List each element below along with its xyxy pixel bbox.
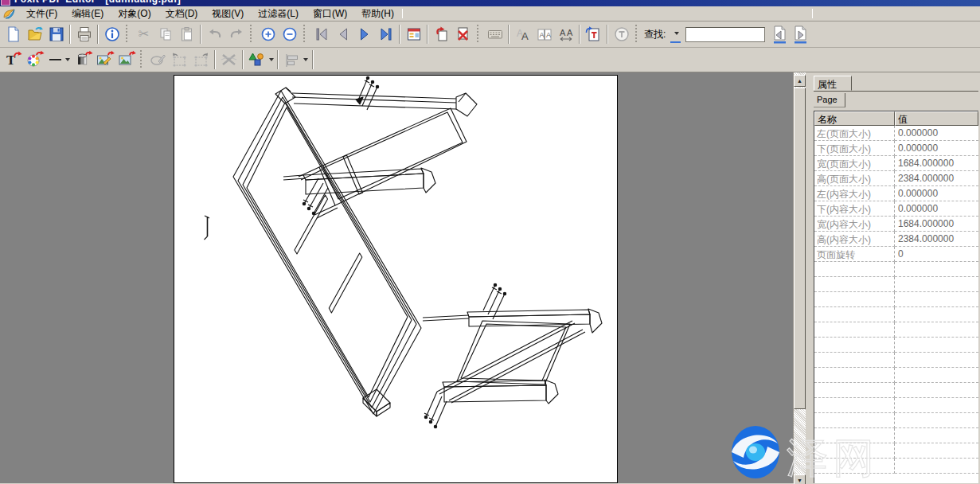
edit-image-button[interactable] <box>94 49 115 71</box>
toolbar-gripper[interactable] <box>303 25 307 44</box>
redo-button[interactable] <box>225 24 247 45</box>
menu-filter[interactable]: 过滤器(L) <box>251 6 306 21</box>
menu-edit[interactable]: 编辑(E) <box>64 6 111 21</box>
prop-row[interactable]: 下(页面大小)0.000000 <box>814 141 978 156</box>
prop-name: 高(页面大小) <box>814 171 895 186</box>
line-width-button[interactable] <box>45 49 72 71</box>
font-boxes-button[interactable]: A A <box>533 24 555 45</box>
insert-image-button[interactable] <box>115 49 137 71</box>
align-objects-button[interactable] <box>281 49 310 71</box>
paste-button[interactable] <box>176 24 197 45</box>
prop-row[interactable]: 左(内容大小)0.000000 <box>814 186 978 201</box>
prop-row[interactable]: 左(页面大小)0.000000 <box>814 126 978 141</box>
scrollbar-thumb[interactable] <box>794 88 806 409</box>
find-label: 查找: <box>644 28 666 41</box>
scroll-up-button[interactable]: ▲ <box>794 75 806 87</box>
keyboard-button[interactable] <box>484 24 506 45</box>
find-options-dropdown[interactable] <box>670 25 681 43</box>
new-document-button[interactable] <box>2 24 24 45</box>
prop-row[interactable]: 高(页面大小)2384.000000 <box>814 171 978 186</box>
prop-row[interactable] <box>814 292 978 307</box>
letter-spacing-button[interactable]: A A <box>555 24 576 45</box>
toolbar-gripper[interactable] <box>250 25 254 44</box>
toolbar-gripper[interactable] <box>635 25 639 44</box>
first-page-button[interactable] <box>310 24 332 45</box>
find-input[interactable] <box>685 27 765 42</box>
insert-shapes-button[interactable] <box>246 49 275 71</box>
prop-value <box>895 443 978 459</box>
menu-document[interactable]: 文档(D) <box>158 6 205 21</box>
last-page-button[interactable] <box>375 24 396 45</box>
prop-row[interactable] <box>814 413 978 428</box>
color-wheel-button[interactable] <box>24 49 45 71</box>
text-object-button[interactable]: T <box>2 49 24 71</box>
page-tab[interactable]: Page <box>814 93 845 107</box>
delete-page-button[interactable] <box>452 24 474 45</box>
find-previous-button[interactable] <box>768 24 790 45</box>
undo-button[interactable] <box>204 24 225 45</box>
cut-button[interactable]: ✂ <box>133 24 154 45</box>
prop-row[interactable] <box>814 277 978 292</box>
toolbar-gripper[interactable] <box>140 50 144 69</box>
page-layout-button[interactable] <box>403 24 424 45</box>
prop-row[interactable] <box>814 322 978 338</box>
delete-object-button[interactable] <box>218 49 240 71</box>
shading-button[interactable] <box>72 49 94 71</box>
transform-right-button[interactable] <box>190 49 212 71</box>
prop-row[interactable] <box>814 368 978 383</box>
prop-row[interactable]: 宽(页面大小)1684.000000 <box>814 156 978 171</box>
zoom-out-button[interactable] <box>279 24 300 45</box>
prop-row[interactable] <box>814 398 978 413</box>
toolbar-gripper[interactable] <box>477 25 481 44</box>
menu-file[interactable]: 文件(F) <box>19 6 64 21</box>
document-info-button[interactable] <box>101 24 123 45</box>
prop-row[interactable]: 页面旋转0 <box>814 247 978 262</box>
menu-view[interactable]: 视图(V) <box>205 6 251 21</box>
toolbar-gripper[interactable] <box>126 25 130 44</box>
prop-row[interactable] <box>814 262 978 277</box>
find-next-button[interactable] <box>790 24 811 45</box>
properties-panel-tab[interactable]: 属性 <box>814 76 852 91</box>
panel-splitter[interactable] <box>806 72 814 483</box>
zoom-in-button[interactable] <box>257 24 279 45</box>
vertical-scrollbar[interactable]: ▲ ▼ <box>793 72 806 483</box>
menu-object[interactable]: 对象(O) <box>111 6 158 21</box>
scroll-down-button[interactable]: ▼ <box>794 474 806 484</box>
prop-row[interactable] <box>814 307 978 322</box>
font-style-button[interactable]: A A <box>512 24 533 45</box>
new-document-icon <box>5 25 22 43</box>
menu-window[interactable]: 窗口(W) <box>306 6 354 21</box>
prop-row[interactable] <box>814 459 978 474</box>
copy-button[interactable] <box>154 24 176 45</box>
prop-row[interactable]: 高(内容大小)2384.000000 <box>814 232 978 247</box>
properties-table: 名称 值 左(页面大小)0.000000下(页面大小)0.000000宽(页面大… <box>814 111 978 483</box>
menu-help[interactable]: 帮助(H) <box>354 6 401 21</box>
text-circle-button[interactable] <box>611 24 632 45</box>
shading-cylinder-icon <box>74 50 93 69</box>
prop-row[interactable] <box>814 383 978 398</box>
pdf-page[interactable] <box>174 75 618 483</box>
prop-name <box>814 277 895 292</box>
save-button[interactable] <box>45 24 67 45</box>
column-header-value[interactable]: 值 <box>895 111 978 126</box>
prop-row[interactable] <box>814 338 978 353</box>
paste-clipboard-icon <box>178 25 196 43</box>
add-text-button[interactable] <box>583 24 604 45</box>
prop-row[interactable] <box>814 353 978 368</box>
print-button[interactable] <box>73 24 95 45</box>
column-header-name[interactable]: 名称 <box>814 111 895 126</box>
prop-row[interactable] <box>814 428 978 443</box>
insert-image-icon <box>117 50 136 69</box>
prop-row[interactable] <box>814 443 978 459</box>
open-file-button[interactable] <box>24 24 45 45</box>
next-page-button[interactable] <box>353 24 375 45</box>
document-canvas[interactable] <box>0 72 793 483</box>
prop-row[interactable]: 下(内容大小)0.000000 <box>814 201 978 217</box>
rotate-page-button[interactable] <box>431 24 452 45</box>
prop-value: 0.000000 <box>895 126 978 141</box>
ellipse-pen-button[interactable] <box>147 49 169 71</box>
transform-left-button[interactable] <box>169 49 190 71</box>
prop-name <box>814 262 895 277</box>
prop-row[interactable]: 宽(内容大小)1684.000000 <box>814 217 978 232</box>
previous-page-button[interactable] <box>332 24 353 45</box>
